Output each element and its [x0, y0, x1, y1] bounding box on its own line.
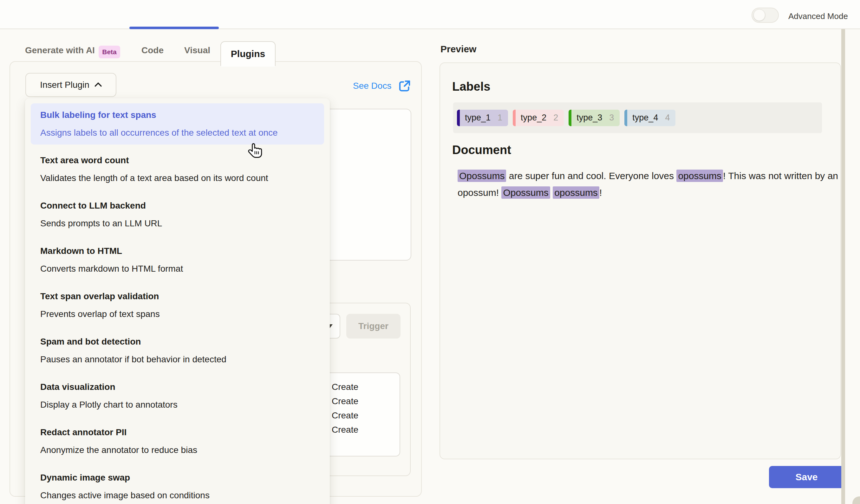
document-heading: Document — [452, 143, 511, 157]
plugin-menu-item[interactable]: Redact annotator PIIAnonymize the annota… — [31, 421, 324, 462]
tab-plugins-apron — [221, 62, 275, 67]
active-tab-underline — [129, 27, 219, 29]
label-chip-hotkey: 2 — [553, 113, 558, 123]
label-chip-type_3[interactable]: type_33 — [569, 110, 620, 126]
tab-code[interactable]: Code — [141, 38, 163, 63]
tab-generate-with-ai[interactable]: Generate with AI — [25, 38, 95, 63]
tab-code-label: Code — [141, 45, 163, 56]
highlighted-span[interactable]: Opossums — [501, 186, 550, 199]
label-chip-color-bar — [569, 110, 571, 126]
labels-strip: type_11type_22type_33type_44 — [453, 102, 822, 133]
chevron-up-icon — [94, 82, 102, 90]
highlighted-span[interactable]: opossums — [553, 186, 599, 199]
insert-plugin-dropdown-menu: Bulk labeling for text spansAssigns labe… — [25, 98, 330, 504]
plugin-menu-item[interactable]: Spam and bot detectionPauses an annotato… — [31, 330, 324, 371]
event-row-create[interactable]: Create — [332, 422, 358, 437]
highlighted-span[interactable]: Opossums — [458, 170, 506, 182]
plugin-menu-item-description: Changes active image based on conditions — [40, 488, 315, 502]
label-chip-text: type_2 — [521, 113, 546, 123]
plugin-menu-item-title: Text area word count — [40, 154, 315, 167]
external-link-icon — [398, 80, 411, 92]
label-chip-text: type_3 — [576, 113, 602, 123]
beta-badge: Beta — [99, 46, 120, 58]
plugin-menu-item-title: Spam and bot detection — [40, 335, 315, 349]
plugin-menu-item[interactable]: Text span overlap validationPrevents ove… — [31, 285, 324, 326]
plugin-menu-item-title: Dynamic image swap — [40, 471, 315, 485]
preview-title: Preview — [441, 44, 476, 55]
plugin-menu-item-title: Redact annotator PII — [40, 426, 315, 439]
plugin-menu-item[interactable]: Data visualizationDisplay a Plotly chart… — [31, 375, 324, 417]
top-header — [0, 0, 860, 29]
plugin-menu-item-title: Data visualization — [40, 380, 315, 394]
tab-generate-with-ai-label: Generate with AI — [25, 45, 95, 56]
plugin-menu-item[interactable]: Bulk labeling for text spansAssigns labe… — [31, 103, 324, 145]
event-row-create[interactable]: Create — [332, 380, 358, 394]
see-docs-link[interactable]: See Docs — [353, 78, 411, 94]
label-chip-hotkey: 4 — [665, 113, 670, 123]
label-chip-text: type_1 — [465, 113, 490, 123]
vertical-scrollbar[interactable] — [841, 29, 845, 504]
plugin-menu-item-description: Display a Plotly chart to annotators — [40, 398, 315, 412]
label-chip-color-bar — [457, 110, 460, 126]
save-button[interactable]: Save — [769, 466, 844, 488]
document-text[interactable]: Opossums are super fun and cool. Everyon… — [458, 167, 841, 201]
plugin-menu-item[interactable]: Dynamic image swapChanges active image b… — [31, 466, 324, 504]
plugin-menu-item-description: Converts markdown to HTML format — [40, 262, 315, 276]
see-docs-label: See Docs — [353, 81, 391, 91]
insert-plugin-button[interactable]: Insert Plugin — [25, 73, 116, 97]
label-chip-text: type_4 — [632, 113, 658, 123]
advanced-mode-label: Advanced Mode — [788, 11, 848, 21]
plugin-menu-item[interactable]: Connect to LLM backendSends prompts to a… — [31, 194, 324, 235]
event-row-create[interactable]: Create — [332, 394, 358, 408]
plugin-menu-item[interactable]: Text area word countValidates the length… — [31, 149, 324, 190]
event-row-create[interactable]: Create — [332, 408, 358, 422]
label-chip-color-bar — [513, 110, 516, 126]
advanced-mode-toggle[interactable] — [751, 8, 779, 23]
toggle-knob — [754, 9, 765, 21]
trigger-button[interactable]: Trigger — [346, 314, 401, 339]
tab-visual[interactable]: Visual — [184, 38, 210, 63]
label-chip-type_2[interactable]: type_22 — [513, 110, 564, 126]
plugin-menu-item-description: Assigns labels to all occurrences of the… — [40, 126, 315, 140]
events-list: CreateCreateCreateCreate — [332, 380, 358, 437]
label-chip-type_1[interactable]: type_11 — [457, 110, 508, 126]
plugin-menu-item-description: Validates the length of a text area base… — [40, 171, 315, 185]
tab-plugins-label: Plugins — [231, 48, 265, 59]
plugin-menu-item-title: Markdown to HTML — [40, 244, 315, 258]
labels-heading: Labels — [452, 80, 490, 93]
label-chip-hotkey: 3 — [609, 113, 614, 123]
insert-plugin-label: Insert Plugin — [40, 80, 89, 90]
plugin-menu-item-description: Sends prompts to an LLM URL — [40, 216, 315, 230]
plugin-menu-item-description: Anonymize the annotator to reduce bias — [40, 443, 315, 457]
save-button-label: Save — [795, 472, 817, 483]
scrollbar-corner — [852, 496, 860, 504]
plugin-menu-item-description: Pauses an annotator if bot behavior in d… — [40, 352, 315, 366]
plugin-menu-item-title: Bulk labeling for text spans — [40, 108, 315, 122]
plugin-menu-item[interactable]: Markdown to HTMLConverts markdown to HTM… — [31, 239, 324, 280]
label-chip-type_4[interactable]: type_44 — [625, 110, 675, 126]
highlighted-span[interactable]: opossums — [676, 170, 723, 182]
plugin-menu-item-description: Prevents overlap of text spans — [40, 307, 315, 321]
label-chip-hotkey: 1 — [498, 113, 502, 123]
plugin-menu-item-title: Text span overlap validation — [40, 289, 315, 303]
label-chip-color-bar — [625, 110, 627, 126]
plugin-menu-item-title: Connect to LLM backend — [40, 199, 315, 213]
tab-visual-label: Visual — [184, 45, 210, 56]
trigger-button-label: Trigger — [358, 321, 388, 331]
